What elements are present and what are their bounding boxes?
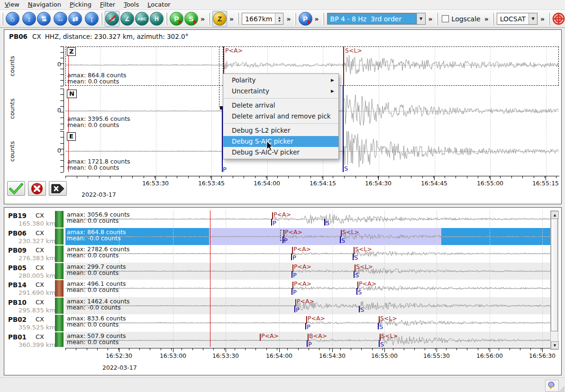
arrival-line[interactable] <box>354 271 355 278</box>
align-phase-button[interactable]: H <box>150 11 164 27</box>
time-zoom-out-button[interactable]: ↔ <box>54 11 67 27</box>
menu-view[interactable]: View <box>1 0 24 9</box>
scroll-up-button[interactable]: ▲ <box>551 211 559 219</box>
context-menu-item-delete-arrival-and-remove-pick[interactable]: Delete arrival and remove pick <box>223 111 338 122</box>
menu-locator[interactable]: Locator <box>144 0 175 9</box>
reject-pick-button[interactable] <box>28 181 46 196</box>
home-button[interactable]: ⌂ <box>6 11 19 27</box>
toolbar-handle[interactable] <box>548 13 550 25</box>
toolbar-handle[interactable] <box>294 13 296 25</box>
s-pick-marker[interactable] <box>380 334 381 341</box>
annotate-tool-button[interactable]: ABC <box>135 11 149 27</box>
station-row[interactable]: PB14CX291.690 kmP<A>PP<A>Samax: 496.1 co… <box>4 280 561 297</box>
p-pick-marker[interactable] <box>308 334 309 341</box>
time-zoom-in-button[interactable]: ⇄ <box>68 11 82 27</box>
toolbar-handle[interactable] <box>237 13 239 25</box>
measure-tool-button[interactable]: ▭ <box>105 11 119 27</box>
arrival-line[interactable] <box>292 271 292 278</box>
s-pick-marker[interactable] <box>379 316 380 323</box>
overflow-chevron[interactable]: » <box>286 15 291 23</box>
trace-area[interactable]: P<A>PS<L>Samax: 833.6 countsmean: 0.0 co… <box>65 314 550 332</box>
logscale-checkbox[interactable]: Logscale <box>442 15 481 23</box>
context-menu-item-debug-s-aic-v-picker[interactable]: Debug S-AIC-V picker <box>223 147 338 158</box>
overflow-chevron[interactable]: » <box>229 15 234 23</box>
overflow-chevron[interactable]: » <box>315 15 319 23</box>
arrival-line[interactable] <box>294 306 295 312</box>
station-row[interactable]: PB06CX230.327 kmP<A>PS<L>Samax: 864.8 co… <box>4 228 561 246</box>
confirm-pick-button[interactable] <box>7 181 25 196</box>
arrival-line[interactable] <box>356 288 357 295</box>
checkbox-icon[interactable] <box>442 15 449 22</box>
menu-filter[interactable]: Filter <box>96 0 120 9</box>
context-menu-item-uncertainty[interactable]: Uncertainty▶ <box>223 86 338 97</box>
chevron-down-icon[interactable]: ▼ <box>529 13 537 24</box>
skip-trace-button[interactable] <box>49 181 67 196</box>
pick-s-button[interactable]: S <box>184 11 198 27</box>
component-z-button[interactable]: Z <box>212 11 227 27</box>
locator-combobox[interactable]: LOCSAT ▼ <box>497 13 538 25</box>
station-row[interactable]: PB02CX359.525 kmP<A>PS<L>Samax: 833.6 co… <box>4 314 561 332</box>
trace-area[interactable]: P<A>PS<L>Samax: 299.7 countsmean: 0.0 co… <box>65 263 550 280</box>
station-row[interactable]: PB01CX360.399 kmP<A>B<A>PS<L>Samax: 507.… <box>4 332 561 347</box>
station-row[interactable]: PB09CX276.383 kmP<A>PS<L>Samax: 2782.6 c… <box>4 245 561 263</box>
overflow-chevron[interactable]: » <box>540 15 545 23</box>
toolbar-handle[interactable] <box>322 13 324 25</box>
context-menu-item-debug-s-l2-picker[interactable]: Debug S-L2 picker <box>223 125 338 136</box>
toolbar-handle[interactable] <box>208 13 210 25</box>
angle-tool-button[interactable]: ∠ <box>120 11 134 27</box>
context-menu-item-delete-arrival[interactable]: Delete arrival <box>223 100 338 111</box>
menu-picking[interactable]: Picking <box>66 0 96 9</box>
amplitude-zoom-out-button[interactable]: ↕ <box>22 11 36 27</box>
trace-area[interactable]: P<A>PS<L>Samax: 864.8 countsmean: -0.0 c… <box>65 228 550 246</box>
p-pick-marker[interactable] <box>306 316 307 323</box>
s-pick-marker[interactable] <box>354 247 355 254</box>
scrollbar-thumb[interactable] <box>551 219 558 331</box>
p-pick-marker[interactable] <box>292 282 293 289</box>
toolbar-handle[interactable] <box>436 13 438 25</box>
trace-area[interactable]: P<A>PSamax: 3056.9 countsmean: 0.0 count… <box>65 210 550 228</box>
chevron-down-icon[interactable]: ▼ <box>417 13 425 24</box>
distance-spinbox[interactable]: 1667km ▲▼ <box>242 13 283 25</box>
s-pick-marker[interactable] <box>343 46 344 86</box>
arrival-line[interactable] <box>353 254 354 260</box>
arrival-line[interactable] <box>271 219 272 226</box>
amplitude-reset-button[interactable]: ↨ <box>85 11 99 27</box>
s-pick-marker[interactable] <box>341 230 342 237</box>
station-rows[interactable]: PB19CX165.380 kmP<A>PSamax: 3056.9 count… <box>4 210 561 347</box>
trace-area[interactable]: P<A>PP<A>Samax: 496.1 countsmean: 0.0 co… <box>65 280 550 297</box>
arrival-line[interactable] <box>324 219 325 226</box>
p-pick-marker[interactable] <box>272 212 273 219</box>
p-pick-marker[interactable] <box>260 334 261 341</box>
pv-phase-button[interactable]: P <box>299 11 312 27</box>
arrival-line[interactable] <box>305 323 306 329</box>
station-row[interactable]: PB19CX165.380 kmP<A>PSamax: 3056.9 count… <box>4 210 561 228</box>
toolbar-handle[interactable] <box>100 13 102 25</box>
arrival-line[interactable] <box>359 306 360 312</box>
p-pick-marker[interactable] <box>292 264 293 272</box>
trace-area[interactable]: P<A>B<A>PS<L>Samax: 507.9 countsmean: 0.… <box>65 332 550 347</box>
spinner-arrows-icon[interactable]: ▲▼ <box>275 13 283 24</box>
arrival-line[interactable] <box>307 340 308 347</box>
menu-navigation[interactable]: Navigation <box>24 0 66 9</box>
connection-status[interactable] <box>545 380 559 392</box>
arrival-line[interactable] <box>291 254 292 260</box>
filter-combobox[interactable]: BP 4 - 8 Hz 3rd order ▼ <box>327 13 426 25</box>
toolbar-handle[interactable] <box>492 13 494 25</box>
overflow-chevron[interactable]: » <box>200 15 205 23</box>
amplitude-zoom-in-button[interactable]: ⇅ <box>37 11 51 27</box>
arrival-line[interactable] <box>340 237 341 243</box>
relocate-button[interactable] <box>552 11 565 27</box>
arrival-line[interactable] <box>292 288 292 295</box>
overflow-chevron[interactable]: » <box>428 15 433 23</box>
menu-tools[interactable]: Tools <box>120 0 144 9</box>
trace-area[interactable]: P<A>PS<L>Samax: 2782.6 countsmean: 0.0 c… <box>65 245 550 263</box>
p-pick-marker[interactable] <box>292 247 293 254</box>
toolbar-handle[interactable] <box>165 13 167 25</box>
trace-area[interactable]: P<A>PSamax: 1462.4 countsmean: -0.0 coun… <box>65 297 550 315</box>
s-arrival-line[interactable] <box>343 86 344 172</box>
station-row[interactable]: PB05CX280.005 kmP<A>PS<L>Samax: 299.7 co… <box>4 263 561 280</box>
context-menu-item-polarity[interactable]: Polarity▶ <box>223 75 338 86</box>
resize-grip[interactable] <box>558 385 565 392</box>
pick-p-button[interactable]: P <box>170 11 183 27</box>
p-pick-marker[interactable] <box>295 299 296 306</box>
